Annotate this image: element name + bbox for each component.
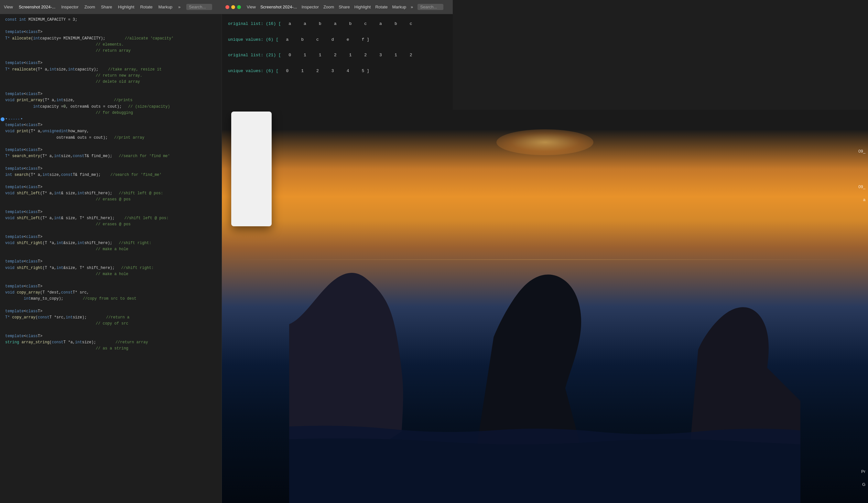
- breakpoint-line: • ----- •: [0, 116, 221, 122]
- left-toolbar: View Screenshot 2024-... Inspector Zoom …: [0, 0, 221, 14]
- code-blank-8: [0, 228, 221, 234]
- edge-label-2: 09_: [858, 184, 865, 189]
- code-line-31: template <class T>: [0, 259, 221, 265]
- popup-card: [231, 112, 272, 226]
- code-line-17: ostream& outs = cout); //print array: [0, 135, 221, 141]
- code-line-16: void print(T* a, unsigned int how_many,: [0, 128, 221, 135]
- code-blank-6: [0, 178, 221, 184]
- code-line-13: int capacity = 0, ostream& outs = cout);…: [0, 104, 221, 110]
- code-line-21: int search(T* a, int size, const T& find…: [0, 172, 221, 178]
- share-button[interactable]: Share: [101, 4, 112, 9]
- right-view-button[interactable]: View: [247, 4, 256, 9]
- code-line-19: T* search_entry(T* a, int size, const T&…: [0, 153, 221, 159]
- code-line-3: template<class T>: [0, 29, 221, 35]
- edge-label-3: a: [863, 197, 865, 202]
- code-blank-7: [0, 203, 221, 209]
- right-rotate-button[interactable]: Rotate: [375, 4, 388, 9]
- code-line-28: template <class T>: [0, 234, 221, 240]
- code-line-34: template <class T>: [0, 283, 221, 290]
- code-line-9: // return new array.: [0, 73, 221, 79]
- code-line-39: // copy of src: [0, 321, 221, 327]
- terminal-panel: original list: (16) [ a a b a b c a b c …: [221, 0, 453, 110]
- code-line-29: void shift_right(T *a, int &size, int sh…: [0, 240, 221, 246]
- code-blank-11: [0, 302, 221, 308]
- traffic-light-red[interactable]: [225, 5, 229, 9]
- right-highlight-button[interactable]: Highlight: [354, 4, 371, 9]
- code-line-32: void shift_right(T *a, int &size, T* shi…: [0, 265, 221, 271]
- code-line-12: void print_array(T* a, int size, //print…: [0, 97, 221, 103]
- right-markup-button[interactable]: Markup: [392, 4, 406, 9]
- code-line-5: // elements.: [0, 42, 221, 48]
- right-window-title: Screenshot 2024-...: [260, 4, 297, 9]
- right-share-button[interactable]: Share: [339, 4, 350, 9]
- right-more-button[interactable]: »: [411, 4, 413, 9]
- code-line-37: template <class T>: [0, 308, 221, 315]
- right-inspector-button[interactable]: Inspector: [301, 4, 319, 9]
- code-line-24: // erases @ pos: [0, 197, 221, 203]
- rotate-button[interactable]: Rotate: [140, 4, 152, 9]
- code-line-18: template <class T>: [0, 147, 221, 153]
- code-blank-2: [0, 54, 221, 60]
- left-panel: View Screenshot 2024-... Inspector Zoom …: [0, 0, 221, 503]
- code-blank-4: [0, 141, 221, 147]
- left-window-title: Screenshot 2024-...: [19, 4, 55, 9]
- traffic-light-yellow[interactable]: [231, 5, 235, 9]
- view-button[interactable]: View: [4, 4, 13, 9]
- code-line-14: // for debugging: [0, 110, 221, 116]
- zoom-button[interactable]: Zoom: [84, 4, 95, 9]
- edge-label-1: 09_: [858, 149, 865, 154]
- traffic-light-green[interactable]: [237, 5, 241, 9]
- code-blank-3: [0, 85, 221, 91]
- code-line-20: template <class T>: [0, 166, 221, 172]
- code-line-38: T* copy_array(const T *src, int size); /…: [0, 315, 221, 321]
- code-blank-9: [0, 252, 221, 259]
- code-line-41: string array_string(const T *a, int size…: [0, 339, 221, 346]
- code-line-26: void shift_left(T* a, int& size, T* shif…: [0, 215, 221, 221]
- code-line-40: template <class T>: [0, 333, 221, 339]
- image-panel: 09_ 09_ a Pr G: [221, 110, 868, 503]
- inspector-button[interactable]: Inspector: [61, 4, 78, 9]
- markup-button[interactable]: Markup: [158, 4, 172, 9]
- code-blank-10: [0, 277, 221, 283]
- code-line-1: const int MINIMUM_CAPACITY = 3;: [0, 17, 221, 23]
- traffic-lights: [225, 5, 241, 9]
- rock-silhouette: [221, 248, 868, 503]
- code-line-11: template<class T>: [0, 91, 221, 97]
- code-line-36: int many_to_copy); //copy from src to de…: [0, 296, 221, 302]
- terminal-content: original list: (16) [ a a b a b c a b c …: [221, 14, 453, 110]
- search-field[interactable]: Search...: [186, 4, 212, 10]
- code-line-15: template <class T>: [0, 122, 221, 128]
- code-line-35: void copy_array(T *dest, const T* src,: [0, 290, 221, 296]
- terminal-line-2: unique values: (6) [ a b c d e f ]: [228, 35, 446, 45]
- terminal-line-3: original list: (21) [ 0 1 1 2 1 2 3 1 2: [228, 51, 446, 60]
- terminal-line-4: unique values: (6) [ 0 1 2 3 4 5 ]: [228, 66, 446, 76]
- vertical-separator: [221, 0, 222, 503]
- code-area: const int MINIMUM_CAPACITY = 3; template…: [0, 14, 221, 503]
- right-search-field[interactable]: Search...: [417, 4, 443, 10]
- sun-glow: [496, 129, 593, 155]
- code-line-33: // make a hole: [0, 271, 221, 277]
- code-line-23: void shift_left(T* a, int& size, int shi…: [0, 190, 221, 197]
- edge-label-5: G: [862, 482, 865, 487]
- code-line-30: // make a hole: [0, 246, 221, 252]
- code-line-22: template <class T>: [0, 184, 221, 190]
- more-button[interactable]: »: [178, 4, 180, 9]
- code-line-10: // delete old array: [0, 79, 221, 85]
- edge-label-4: Pr: [861, 469, 865, 474]
- code-line-25: template <class T>: [0, 209, 221, 215]
- code-line-27: // erases @ pos: [0, 221, 221, 228]
- code-line-7: template<class T>: [0, 60, 221, 66]
- code-line-8: T* reallocate(T* a, int size, int capaci…: [0, 66, 221, 73]
- right-toolbar: View Screenshot 2024-... Inspector Zoom …: [221, 0, 453, 14]
- terminal-line-1: original list: (16) [ a a b a b c a b c: [228, 19, 446, 29]
- code-line-6: // return array: [0, 48, 221, 54]
- code-line-4: T* allocate(int capacity= MINIMUM_CAPACI…: [0, 35, 221, 42]
- code-blank-12: [0, 327, 221, 333]
- highlight-button[interactable]: Highlight: [118, 4, 135, 9]
- code-line-blank: [0, 23, 221, 29]
- right-zoom-button[interactable]: Zoom: [323, 4, 334, 9]
- breakpoint-indicator: [1, 117, 4, 121]
- code-line-42: // as a string: [0, 346, 221, 352]
- code-blank-5: [0, 159, 221, 166]
